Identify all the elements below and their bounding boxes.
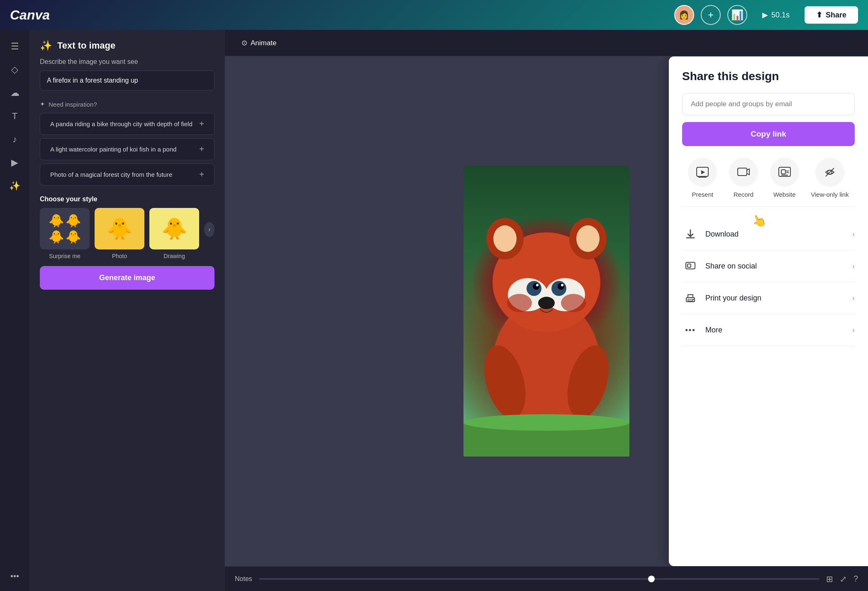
inspiration-item-1[interactable]: A panda riding a bike through city with … — [40, 113, 215, 135]
svg-rect-23 — [698, 176, 707, 178]
share-website-item[interactable]: Website — [770, 158, 799, 198]
present-icon — [696, 166, 709, 179]
share-panel-title: Share this design — [682, 70, 855, 83]
download-svg-icon — [685, 229, 696, 239]
style-grid: 🐥 🐥 🐥 🐥 Surprise me 🐥 Photo — [40, 208, 215, 259]
canvas-toolbar: ⊙ Animate — [225, 30, 868, 56]
present-time-button[interactable]: ▶ 50.1s — [754, 6, 798, 24]
left-panel: ✨ Text to image Describe the image you w… — [30, 30, 225, 591]
style-surprise[interactable]: 🐥 🐥 🐥 🐥 Surprise me — [40, 208, 90, 259]
more-dots-icon: ••• — [685, 326, 696, 335]
copy-link-button[interactable]: Copy link — [682, 122, 855, 146]
timer-value: 50.1s — [771, 11, 790, 20]
style-label: Choose your style — [40, 195, 215, 203]
download-chevron-icon: › — [852, 230, 855, 239]
animate-icon: ⊙ — [241, 39, 247, 47]
add-inspiration-3-icon[interactable]: + — [199, 170, 204, 179]
svg-point-12 — [536, 284, 539, 286]
share-button[interactable]: ⬆ Share — [805, 6, 858, 24]
sparkle-icon: ✦ — [40, 100, 45, 108]
duck-drawing-icon: 🐥 — [161, 217, 187, 241]
toolbar-text-icon[interactable]: T — [5, 106, 25, 126]
user-avatar[interactable]: 👩 — [674, 5, 694, 25]
toolbar-video-icon[interactable]: ▶ — [5, 153, 25, 173]
duck-icon-4: 🐥 — [66, 230, 81, 244]
app-body: ☰ ◇ ☁ T ♪ ▶ ✨ ••• ✨ Text to image Descri… — [0, 30, 868, 591]
stats-button[interactable]: 📊 — [727, 5, 747, 25]
add-collaborator-button[interactable]: + — [701, 5, 721, 25]
record-label: Record — [734, 191, 753, 198]
toolbar-upload-icon[interactable]: ☁ — [5, 83, 25, 103]
style-name-surprise: Surprise me — [49, 253, 80, 259]
style-photo[interactable]: 🐥 Photo — [95, 208, 144, 259]
website-label: Website — [773, 191, 796, 198]
toolbar-audio-icon[interactable]: ♪ — [5, 129, 25, 149]
viewonly-icon-circle — [815, 158, 844, 187]
present-icon-circle — [688, 158, 717, 187]
help-icon[interactable]: ? — [853, 574, 858, 584]
inspiration-item-3[interactable]: Photo of a magical forest city from the … — [40, 164, 215, 186]
svg-line-29 — [826, 168, 834, 176]
toolbar-more-icon[interactable]: ••• — [7, 568, 22, 584]
more-list-item[interactable]: ••• More › — [682, 314, 855, 346]
canvas-content[interactable]: Share this design Copy link Present — [225, 56, 868, 566]
email-input[interactable] — [682, 93, 855, 115]
panel-title-icon: ✨ — [40, 40, 52, 51]
share-record-item[interactable]: Record — [729, 158, 758, 198]
style-drawing[interactable]: 🐥 Drawing — [149, 208, 199, 259]
duck-icon-2: 🐥 — [66, 213, 81, 228]
share-panel: Share this design Copy link Present — [669, 56, 868, 566]
panel-title: Text to image — [57, 40, 115, 51]
viewonly-label: View-only link — [811, 191, 848, 198]
notes-label: Notes — [235, 575, 252, 583]
more-icon: ••• — [682, 322, 699, 338]
describe-section: Describe the image you want see — [30, 58, 224, 97]
svg-point-16 — [561, 294, 586, 312]
social-list-item[interactable]: Share on social › — [682, 250, 855, 282]
canva-logo: Canva — [10, 7, 50, 23]
download-list-item[interactable]: Download › — [682, 218, 855, 250]
style-next-arrow[interactable]: › — [204, 222, 215, 237]
share-present-item[interactable]: Present — [688, 158, 717, 198]
print-list-item[interactable]: Print your design › — [682, 282, 855, 314]
add-inspiration-2-icon[interactable]: + — [199, 144, 204, 154]
social-icon — [682, 258, 699, 274]
add-inspiration-1-icon[interactable]: + — [199, 119, 204, 129]
toolbar-elements-icon[interactable]: ◇ — [5, 60, 25, 80]
share-viewonly-item[interactable]: View-only link — [811, 158, 848, 198]
style-thumb-surprise: 🐥 🐥 🐥 🐥 — [40, 208, 90, 249]
progress-track — [259, 578, 819, 580]
record-icon-circle — [729, 158, 758, 187]
progress-bar-container[interactable] — [259, 578, 819, 580]
social-label: Share on social — [705, 262, 846, 271]
share-icons-row: Present Record — [682, 158, 855, 207]
play-icon: ▶ — [762, 10, 768, 20]
view-only-icon — [823, 166, 836, 179]
inspiration-item-2[interactable]: A light watercolor painting of koi fish … — [40, 138, 215, 160]
svg-point-13 — [561, 284, 563, 286]
toolbar-home-icon[interactable]: ☰ — [5, 37, 25, 56]
duck-photo-icon: 🐥 — [107, 217, 132, 241]
svg-marker-22 — [701, 170, 705, 174]
panel-header: ✨ Text to image — [30, 30, 224, 58]
toolbar-ai-icon[interactable]: ✨ — [5, 176, 25, 196]
print-svg-icon — [685, 293, 696, 303]
animate-label: Animate — [251, 39, 276, 47]
svg-rect-27 — [781, 170, 785, 174]
animate-button[interactable]: ⊙ Animate — [235, 35, 283, 51]
grid-view-icon[interactable]: ⊞ — [826, 574, 833, 584]
bottom-bar: Notes ⊞ ⤢ ? — [225, 566, 868, 591]
fullscreen-icon[interactable]: ⤢ — [840, 574, 847, 584]
svg-point-14 — [538, 297, 555, 309]
style-thumb-photo: 🐥 — [95, 208, 144, 249]
record-icon — [737, 166, 750, 179]
download-label: Download — [705, 230, 846, 239]
generate-button[interactable]: Generate image — [40, 266, 215, 290]
main-canvas-area: ⊙ Animate — [225, 30, 868, 591]
inspiration-text-1: A panda riding a bike through city with … — [50, 120, 193, 127]
describe-input[interactable] — [40, 71, 215, 90]
describe-label: Describe the image you want see — [40, 58, 215, 66]
style-name-drawing: Drawing — [163, 253, 185, 259]
style-name-photo: Photo — [112, 253, 127, 259]
svg-point-5 — [576, 225, 600, 252]
